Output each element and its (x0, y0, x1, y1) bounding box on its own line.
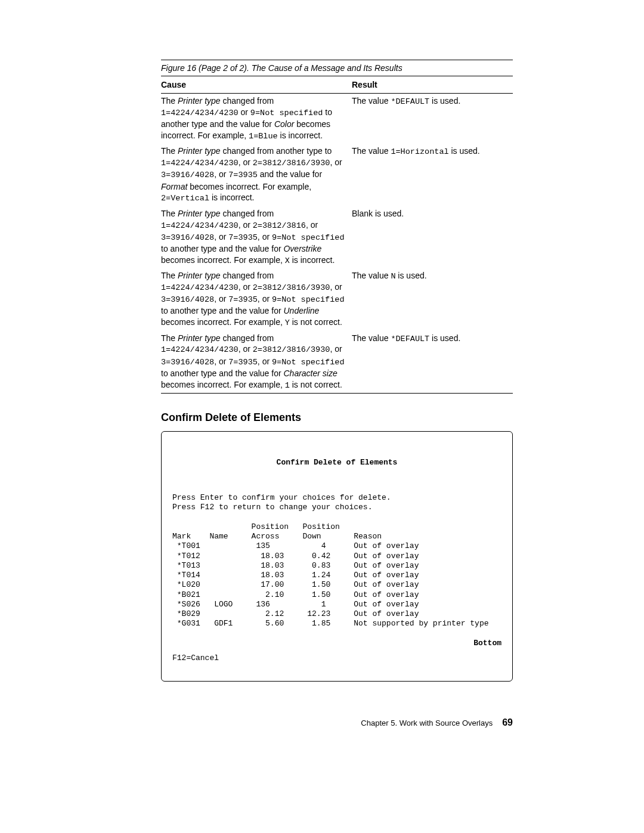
table-row: The Printer type changed from another ty… (161, 144, 513, 206)
terminal-body: Press Enter to confirm your choices for … (172, 493, 501, 629)
section-title: Confirm Delete of Elements (161, 411, 513, 424)
figure-caption: Figure 16 (Page 2 of 2). The Cause of a … (161, 60, 513, 76)
terminal-panel: Confirm Delete of Elements Press Enter t… (161, 431, 513, 682)
terminal-bottom-label: Bottom (473, 639, 501, 648)
table-row: The Printer type changed from 1=4224/423… (161, 206, 513, 268)
cell-cause: The Printer type changed from 1=4224/423… (161, 270, 352, 329)
header-result: Result (352, 80, 513, 89)
cell-cause: The Printer type changed from another ty… (161, 145, 352, 204)
cell-result: The value *DEFAULT is used. (352, 333, 513, 391)
cell-result: The value *DEFAULT is used. (352, 95, 513, 142)
page-footer: Chapter 5. Work with Source Overlays 69 (161, 717, 513, 728)
table-header: Cause Result (161, 76, 513, 94)
table-body: The Printer type changed from 1=4224/423… (161, 94, 513, 394)
cell-cause: The Printer type changed from 1=4224/423… (161, 95, 352, 142)
cell-result: Blank is used. (352, 208, 513, 267)
cell-result: The value 1=Horizontal is used. (352, 145, 513, 204)
table-row: The Printer type changed from 1=4224/423… (161, 268, 513, 330)
terminal-title: Confirm Delete of Elements (172, 458, 501, 467)
header-cause: Cause (161, 80, 352, 89)
terminal-cancel-hint: F12=Cancel (172, 654, 219, 663)
cell-cause: The Printer type changed from 1=4224/423… (161, 208, 352, 267)
cell-result: The value N is used. (352, 270, 513, 329)
page-number: 69 (502, 717, 513, 728)
table-row: The Printer type changed from 1=4224/423… (161, 331, 513, 393)
table-row: The Printer type changed from 1=4224/423… (161, 94, 513, 144)
cell-cause: The Printer type changed from 1=4224/423… (161, 333, 352, 391)
footer-chapter: Chapter 5. Work with Source Overlays (361, 719, 493, 727)
